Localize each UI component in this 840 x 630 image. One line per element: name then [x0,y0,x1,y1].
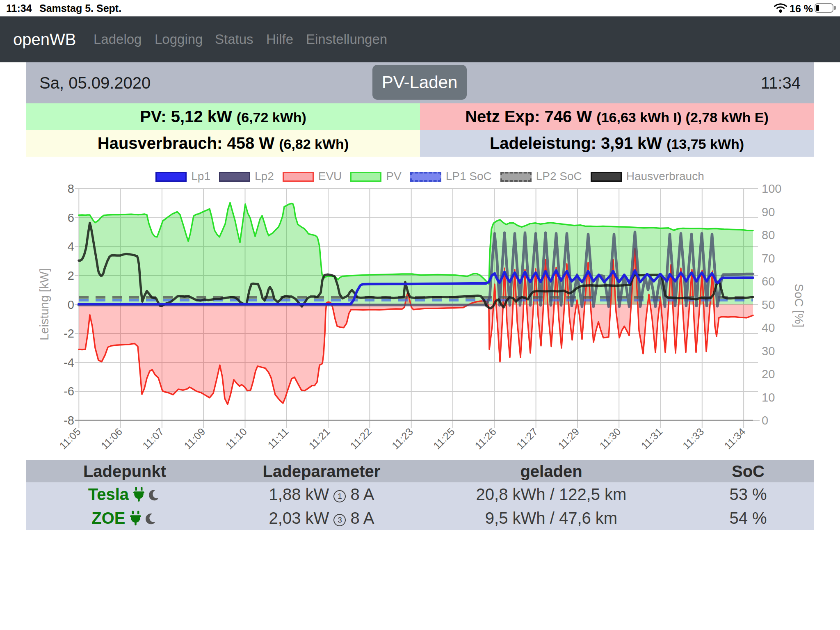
svg-text:11:22: 11:22 [348,426,374,452]
svg-text:11:23: 11:23 [390,426,415,452]
svg-text:11:09: 11:09 [182,426,208,452]
svg-text:11:07: 11:07 [140,426,166,452]
svg-text:-2: -2 [64,327,74,340]
svg-text:11:29: 11:29 [556,426,582,452]
svg-text:Leistung [kW]: Leistung [kW] [38,268,51,340]
svg-text:60: 60 [762,275,775,288]
svg-text:100: 100 [762,182,781,195]
svg-text:11:06: 11:06 [98,426,124,452]
svg-text:11:33: 11:33 [680,426,706,452]
svg-text:0: 0 [762,414,768,427]
svg-text:20: 20 [762,368,775,381]
svg-text:11:21: 11:21 [306,426,332,452]
svg-text:40: 40 [762,321,775,334]
svg-text:0: 0 [68,298,74,311]
svg-text:6: 6 [68,211,74,224]
svg-text:SoC [%]: SoC [%] [792,284,806,327]
svg-text:30: 30 [762,345,775,358]
svg-text:2: 2 [68,269,74,282]
svg-text:90: 90 [762,205,775,219]
svg-text:80: 80 [762,228,775,242]
svg-text:11:34: 11:34 [722,426,748,452]
svg-text:8: 8 [68,182,74,195]
svg-text:11:31: 11:31 [639,426,664,452]
svg-text:-8: -8 [64,414,74,427]
svg-text:11:10: 11:10 [223,426,249,452]
svg-text:11:27: 11:27 [514,426,540,452]
svg-text:-6: -6 [64,385,74,398]
svg-text:10: 10 [762,391,775,404]
svg-text:11:05: 11:05 [57,426,83,452]
svg-text:11:30: 11:30 [597,426,623,452]
svg-text:4: 4 [68,240,74,253]
svg-text:11:25: 11:25 [431,426,457,452]
svg-text:50: 50 [762,298,775,311]
svg-text:70: 70 [762,252,775,265]
svg-text:11:11: 11:11 [265,426,290,451]
svg-text:-4: -4 [64,356,74,369]
svg-text:11:26: 11:26 [472,426,498,452]
